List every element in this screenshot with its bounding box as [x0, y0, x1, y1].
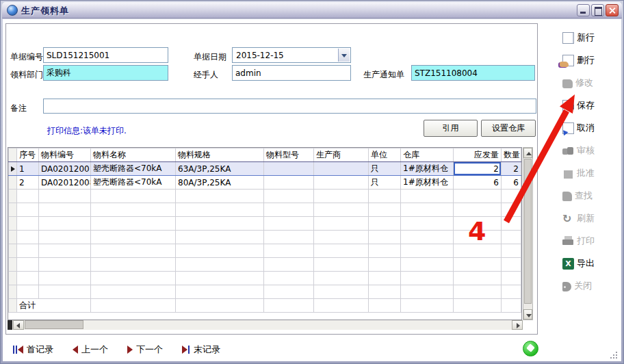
cell-material-code[interactable]: DA02012008: [39, 176, 91, 190]
cell-due-qty-focused[interactable]: 2: [454, 162, 502, 176]
header-due-qty[interactable]: 应发量: [454, 148, 502, 162]
scroll-down-icon[interactable]: [523, 309, 532, 320]
cell-material-model[interactable]: [264, 162, 314, 176]
sidebar-button-close[interactable]: 关闭: [562, 278, 595, 294]
cell-unit[interactable]: 只: [369, 162, 401, 176]
row-arrow-icon: [11, 166, 15, 172]
production-requisition-window: 生产领料单 单据编号 单据日期 2015-12-15 领料部门 经手人 生产通知…: [0, 0, 624, 364]
close-form-icon: [562, 282, 571, 291]
header-no[interactable]: 序号: [17, 148, 39, 162]
cell-manufacturer[interactable]: [314, 176, 369, 190]
doc-date-combobox[interactable]: 2015-12-15: [232, 47, 351, 63]
print-info-text: 打印信息:该单未打印.: [47, 125, 127, 137]
header-unit[interactable]: 单位: [369, 148, 401, 162]
cancel-icon: [562, 122, 574, 134]
horizontal-scroll-thumb[interactable]: [25, 320, 83, 329]
vertical-scroll-thumb[interactable]: [524, 159, 532, 304]
close-button[interactable]: [606, 4, 619, 16]
scroll-up-icon[interactable]: [523, 148, 532, 158]
audit-icon: [562, 145, 574, 157]
cell-material-code[interactable]: DA02012001: [39, 162, 91, 176]
cell-warehouse[interactable]: 1#原材料仓: [401, 176, 454, 190]
nav-first-record[interactable]: 首记录: [12, 343, 53, 356]
scroll-right-icon[interactable]: [512, 320, 523, 330]
header-qty[interactable]: 数量: [502, 148, 521, 162]
doc-no-label: 单据编号: [10, 51, 43, 63]
cell-qty[interactable]: 2: [502, 162, 521, 176]
empty-row: [9, 258, 521, 272]
empty-row: [9, 231, 521, 244]
cell-no[interactable]: 2: [17, 176, 39, 190]
minimize-button[interactable]: [577, 4, 590, 16]
set-warehouse-button[interactable]: 设置仓库: [481, 120, 536, 137]
find-icon: [562, 192, 572, 201]
total-label-cell: 合计: [17, 299, 91, 313]
remark-input[interactable]: [43, 99, 536, 114]
window-title: 生产领料单: [21, 5, 69, 17]
empty-row: [9, 244, 521, 258]
grid-splitter[interactable]: [8, 320, 12, 330]
modify-icon: [562, 79, 573, 88]
header-material-spec[interactable]: 物料规格: [176, 148, 264, 162]
sidebar-button-approve[interactable]: 批准: [562, 166, 595, 181]
dept-label: 领料部门: [10, 69, 43, 81]
sidebar-button-save[interactable]: 保存: [562, 98, 595, 113]
vertical-scrollbar[interactable]: [523, 147, 533, 320]
header-material-name[interactable]: 物料名称: [91, 148, 176, 162]
last-record-icon: [182, 346, 190, 354]
notice-input[interactable]: [411, 65, 535, 81]
cell-qty[interactable]: 6: [502, 176, 521, 190]
cell-warehouse[interactable]: 1#原材料仓: [401, 162, 454, 176]
title-bar: 生产领料单: [2, 2, 622, 18]
sidebar-button-find[interactable]: 查找: [562, 188, 595, 203]
cell-material-spec[interactable]: 63A/3P,25KA: [176, 162, 264, 176]
sidebar-button-delete-row[interactable]: 删行: [562, 53, 595, 68]
header-material-code[interactable]: 物料编号: [39, 148, 91, 162]
sidebar-button-refresh[interactable]: 刷新: [562, 211, 595, 226]
header-marker-cell: [9, 148, 17, 162]
reference-button[interactable]: 引用: [424, 120, 478, 137]
resize-grip[interactable]: [610, 352, 619, 360]
form-panel: 单据编号 单据日期 2015-12-15 领料部门 经手人 生产通知单 备注 打…: [5, 23, 538, 335]
scroll-left-icon[interactable]: [13, 320, 24, 330]
cell-material-name[interactable]: 塑壳断路器<70kA: [91, 176, 176, 190]
maximize-button[interactable]: [591, 4, 604, 16]
record-navigation-bar: 首记录 上一个 下一个 末记录: [12, 341, 220, 358]
handler-input[interactable]: [232, 65, 351, 81]
header-manufacturer[interactable]: 生产商: [314, 148, 369, 162]
chevron-down-icon[interactable]: [338, 49, 350, 62]
header-warehouse[interactable]: 仓库: [401, 148, 454, 162]
nav-previous-record[interactable]: 上一个: [73, 343, 108, 356]
doc-date-label: 单据日期: [194, 51, 226, 63]
excel-export-icon: [562, 258, 574, 270]
table-row: 1 DA02012001 塑壳断路器<70kA 63A/3P,25KA 只 1#…: [9, 162, 521, 176]
table-row: 2 DA02012008 塑壳断路器<70kA 80A/3P,25KA 只 1#…: [9, 176, 521, 190]
empty-row: [9, 272, 521, 285]
delete-row-icon: [562, 55, 574, 66]
cell-no[interactable]: 1: [17, 162, 39, 176]
first-record-icon: [12, 346, 23, 354]
sidebar-button-new-row[interactable]: 新行: [562, 30, 595, 45]
nav-next-record[interactable]: 下一个: [127, 343, 163, 356]
sidebar-button-print[interactable]: 打印: [562, 233, 595, 248]
empty-row: [9, 190, 521, 203]
cell-due-qty[interactable]: 6: [454, 176, 502, 190]
doc-no-input[interactable]: [43, 47, 168, 63]
cell-material-name[interactable]: 塑壳断路器<70kA: [91, 162, 176, 176]
dept-input[interactable]: [43, 65, 168, 81]
cell-unit[interactable]: 只: [369, 176, 401, 190]
empty-row: [9, 203, 521, 217]
total-row: 合计: [9, 299, 521, 313]
horizontal-scrollbar[interactable]: [8, 320, 523, 330]
nav-last-record[interactable]: 末记录: [182, 343, 220, 356]
sidebar-button-export[interactable]: 导出: [562, 256, 595, 271]
sidebar-button-cancel[interactable]: 取消: [562, 120, 595, 135]
empty-row: [9, 217, 521, 231]
cell-manufacturer[interactable]: [314, 162, 369, 176]
sidebar-button-modify[interactable]: 修改: [562, 75, 595, 90]
current-row-marker: [9, 162, 17, 176]
sidebar-button-audit[interactable]: 审核: [562, 143, 595, 158]
cell-material-spec[interactable]: 80A/3P,25KA: [176, 176, 264, 190]
header-material-model[interactable]: 物料型号: [264, 148, 314, 162]
cell-material-model[interactable]: [264, 176, 314, 190]
